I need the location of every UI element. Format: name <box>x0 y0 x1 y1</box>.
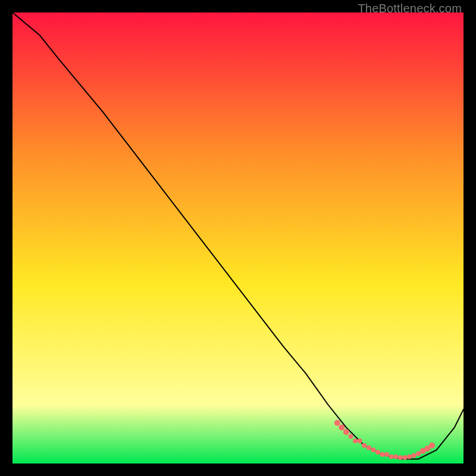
curve-marker <box>398 455 403 460</box>
curve-marker <box>334 420 340 426</box>
curve-marker <box>393 455 398 459</box>
curve-marker <box>407 455 412 459</box>
curve-marker <box>349 434 353 439</box>
curve-marker <box>389 455 394 459</box>
curve-marker <box>353 439 358 443</box>
curve-marker <box>343 429 349 435</box>
curve-marker <box>403 455 408 460</box>
curve-marker <box>367 446 371 450</box>
curve-marker <box>412 453 416 458</box>
curve-marker <box>371 447 375 452</box>
curve-marker <box>375 450 380 455</box>
curve-marker <box>339 424 345 430</box>
gradient-background <box>12 12 464 464</box>
curve-marker <box>416 451 421 456</box>
curve-marker <box>358 439 362 443</box>
curve-marker <box>384 452 389 457</box>
curve-marker <box>429 443 435 449</box>
curve-marker <box>380 452 385 457</box>
chart-canvas <box>12 12 464 464</box>
watermark-text: TheBottleneck.com <box>358 2 462 15</box>
curve-marker <box>362 443 367 448</box>
chart-frame <box>12 12 464 464</box>
